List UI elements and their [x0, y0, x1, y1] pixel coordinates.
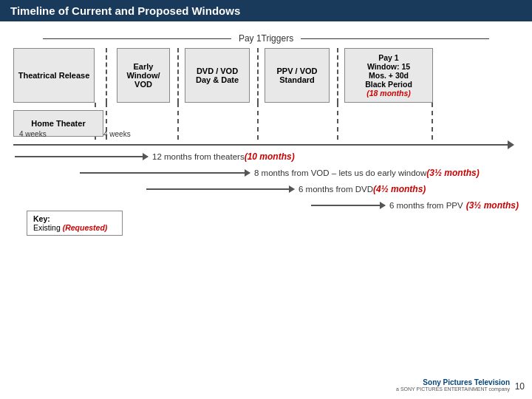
arrow4-head [380, 202, 386, 209]
pay1-triggers-label: Pay 1Triggers [231, 33, 301, 44]
key-label: Key: [33, 214, 50, 223]
base-arrow-head [508, 140, 514, 149]
arrow4-italic: (3½ months) [466, 200, 519, 211]
arrow4-row: 6 months from PPV (3½ months) [13, 200, 519, 211]
early-window-box: Early Window/ VOD [117, 48, 170, 103]
dvd-vod-box: DVD / VOD Day & Date [185, 48, 250, 103]
arrow4-line [311, 205, 385, 206]
dashed-line-1 [106, 48, 107, 103]
arrow3-line [146, 188, 294, 190]
base-arrow-row [13, 140, 519, 150]
spacer3 [250, 48, 265, 103]
key-requested: (Requested) [63, 223, 108, 232]
dashed-line-8 [337, 103, 338, 140]
sony-subtitle: a SONY PICTURES ENTERTAINMENT company [396, 386, 510, 392]
key-box: Key: Existing (Requested) [27, 211, 123, 236]
spacer7 [250, 103, 265, 140]
arrow2-row: 8 months from VOD – lets us do early win… [13, 168, 519, 178]
arrow1-line [15, 156, 148, 157]
dashed-line-2 [177, 48, 179, 103]
main-content: Pay 1Triggers Theatrical Release Early W… [0, 21, 532, 399]
dashed-continuation-row: Home Theater 4 weeks 4 weeks [13, 103, 519, 140]
page: Timeline of Current and Proposed Windows… [0, 0, 532, 399]
arrow1-head [143, 153, 149, 160]
dashed-line-3 [257, 48, 259, 103]
spacer1 [95, 48, 117, 103]
arrow1-italic: (10 months) [245, 151, 295, 162]
sony-title: Sony Pictures Television [396, 378, 510, 386]
arrow3-italic: (4½ months) [373, 184, 426, 194]
arrow3-text: 6 months from DVD [299, 185, 373, 194]
arrow2-head [245, 169, 250, 177]
arrow1-row: 12 months from theaters (10 months) [13, 151, 519, 162]
spacer6 [170, 103, 185, 140]
key-existing: Existing [33, 223, 63, 232]
spacer-ppv [265, 103, 330, 140]
arrow2-text: 8 months from VOD – lets us do early win… [254, 168, 426, 177]
page-header: Timeline of Current and Proposed Windows [0, 0, 532, 21]
weeks-first-label: 4 weeks [19, 130, 47, 138]
base-arrow-line [13, 144, 508, 146]
weeks-second-label: 4 weeks [103, 130, 131, 138]
page-number: 10 [515, 381, 525, 392]
page-title: Timeline of Current and Proposed Windows [10, 4, 240, 17]
arrow2-italic: (3½ months) [426, 168, 479, 178]
spacer8 [330, 103, 344, 140]
arrow4-text: 6 months from PPV [389, 201, 463, 210]
pay1-window-box: Pay 1 Window: 15 Mos. + 30d Black Period… [344, 48, 433, 103]
spacer-pay1 [344, 103, 433, 140]
arrow2-line [80, 172, 250, 174]
dashed-line-7 [257, 103, 259, 140]
pay1-triggers-row: Pay 1Triggers [13, 33, 519, 44]
dashed-line-4 [337, 48, 338, 103]
arrow3-row: 6 months from DVD (4½ months) [13, 184, 519, 194]
arrow1-text: 12 months from theaters [152, 152, 245, 161]
theatrical-release-box: Theatrical Release [13, 48, 95, 103]
sony-logo-area: Sony Pictures Television a SONY PICTURES… [396, 378, 510, 392]
dashed-line-6 [177, 103, 179, 140]
spacer4 [330, 48, 344, 103]
dashed-line-pay1-right [432, 103, 433, 140]
ppv-vod-box: PPV / VOD Standard [265, 48, 330, 103]
arrow3-head [289, 185, 295, 193]
spacer2 [170, 48, 185, 103]
spacer-dvd [185, 103, 250, 140]
